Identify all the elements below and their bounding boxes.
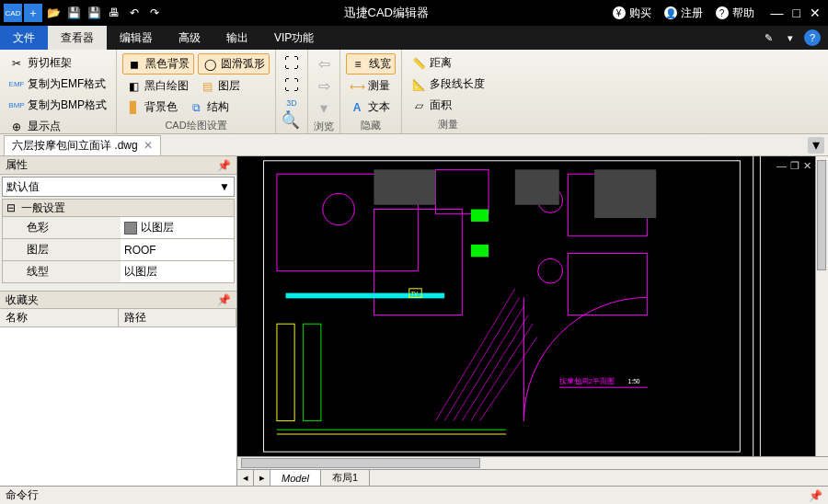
tab-output[interactable]: 输出: [213, 26, 261, 50]
svg-rect-32: [594, 169, 656, 218]
smooth-arc-button[interactable]: ◯圆滑弧形: [198, 53, 270, 74]
default-combo-label: 默认值: [6, 179, 40, 195]
bg-color-button[interactable]: ▊背景色: [122, 97, 181, 117]
copy-emf-button[interactable]: EMF复制为EMF格式: [6, 74, 110, 94]
tab-vip[interactable]: VIP功能: [261, 26, 327, 50]
distance-button[interactable]: 📏距离: [408, 53, 489, 73]
command-line-label: 命令行: [6, 487, 39, 503]
layer-icon: ▤: [200, 79, 214, 94]
maximize-icon[interactable]: □: [793, 6, 800, 20]
command-line-pin-icon[interactable]: 📌: [809, 489, 822, 502]
prop-row-color[interactable]: 色彩 以图层: [2, 217, 235, 239]
cad-drawing: TV 按摩包间2平面图 1:50: [237, 156, 828, 456]
general-settings-label: 一般设置: [21, 200, 65, 216]
favorites-col-name[interactable]: 名称: [0, 309, 119, 326]
area-button[interactable]: ▱面积: [408, 96, 489, 115]
prop-value[interactable]: ROOF: [121, 239, 234, 260]
tab-scroll-left[interactable]: ◂: [237, 470, 254, 486]
show-point-button[interactable]: ⊕显示点: [6, 117, 110, 136]
pos-icon-1[interactable]: ⛶: [282, 53, 302, 74]
model-tab[interactable]: Model: [270, 470, 321, 486]
buy-button[interactable]: ¥购买: [609, 4, 655, 23]
save-icon[interactable]: 💾: [64, 4, 83, 22]
scrollbar-thumb[interactable]: [817, 160, 826, 270]
linewidth-icon: ≡: [351, 57, 365, 72]
pen-icon[interactable]: ✎: [760, 29, 776, 46]
properties-pin-icon[interactable]: 📌: [217, 159, 231, 172]
properties-panel: 属性 📌 默认值 ▼ ⊟ 一般设置 色彩 以图层 图层 ROOF 线型 以图层: [0, 156, 237, 486]
horizontal-scrollbar[interactable]: [237, 456, 828, 469]
redo-icon[interactable]: ↷: [145, 4, 164, 22]
property-rows: 色彩 以图层 图层 ROOF 线型 以图层: [2, 217, 235, 283]
register-button[interactable]: 👤注册: [661, 4, 707, 23]
canvas-max-icon[interactable]: ❐: [790, 160, 799, 172]
measure-hide-button[interactable]: ⟷测量: [346, 76, 396, 96]
app-title: 迅捷CAD编辑器: [164, 5, 609, 21]
svg-rect-13: [471, 210, 489, 222]
scrollbar-thumb[interactable]: [241, 458, 480, 468]
tab-advanced[interactable]: 高级: [166, 26, 213, 50]
file-tab-add[interactable]: ▾: [808, 137, 824, 154]
prop-row-layer[interactable]: 图层 ROOF: [2, 239, 235, 261]
canvas-min-icon[interactable]: —: [776, 160, 787, 172]
nav-down-icon[interactable]: ▾: [314, 97, 334, 118]
general-settings-header[interactable]: ⊟ 一般设置: [2, 199, 235, 217]
prop-row-linetype[interactable]: 线型 以图层: [2, 261, 235, 283]
text-hide-button[interactable]: A文本: [346, 97, 396, 117]
canvas-close-icon[interactable]: ✕: [803, 160, 811, 172]
pos-icon-2[interactable]: ⛶: [282, 75, 302, 96]
prop-value[interactable]: 以图层: [121, 217, 234, 238]
tab-viewer[interactable]: 查看器: [48, 26, 107, 50]
command-line[interactable]: 命令行 📌: [0, 486, 828, 504]
prop-key: 线型: [3, 261, 121, 282]
file-tab-close-icon[interactable]: ✕: [144, 139, 153, 152]
model-tab-bar: ◂ ▸ Model 布局1: [237, 469, 828, 486]
file-tab-bar: 六层按摩包间立面详 .dwg ✕ ▾: [0, 134, 828, 156]
tab-editor[interactable]: 编辑器: [107, 26, 166, 50]
copy-bmp-button[interactable]: BMP复制为BMP格式: [6, 96, 110, 115]
undo-icon[interactable]: ↶: [125, 4, 144, 22]
default-combo[interactable]: 默认值 ▼: [2, 177, 235, 197]
crop-frame-button[interactable]: ✂剪切框架: [6, 53, 110, 73]
favorites-col-path[interactable]: 路径: [119, 309, 237, 326]
black-bg-button[interactable]: ◼黑色背景: [122, 53, 194, 74]
favorites-header: 收藏夹 📌: [0, 291, 236, 309]
svg-text:TV: TV: [411, 291, 419, 296]
drawing-canvas[interactable]: — ❐ ✕: [237, 156, 828, 456]
tab-file[interactable]: 文件: [0, 26, 48, 50]
prop-value[interactable]: 以图层: [121, 261, 234, 282]
dropdown-icon[interactable]: ▾: [782, 29, 799, 46]
favorites-pin-icon[interactable]: 📌: [217, 293, 231, 306]
saveas-icon[interactable]: 💾: [85, 4, 103, 22]
properties-title: 属性: [6, 157, 28, 173]
vertical-scrollbar[interactable]: [815, 156, 828, 456]
collapse-icon[interactable]: ⊟: [6, 201, 17, 214]
layer-button[interactable]: ▤图层: [196, 76, 244, 96]
svg-rect-14: [471, 245, 489, 257]
new-icon[interactable]: ＋: [24, 4, 42, 22]
svg-rect-31: [515, 169, 559, 204]
polyline-button[interactable]: 📐多段线长度: [408, 74, 489, 94]
ribbon-label-measure: 测量: [408, 116, 489, 132]
layout1-tab[interactable]: 布局1: [321, 470, 370, 486]
file-tab[interactable]: 六层按摩包间立面详 .dwg ✕: [4, 135, 161, 155]
open-icon[interactable]: 📂: [44, 4, 63, 22]
menu-bar: 文件 查看器 编辑器 高级 输出 VIP功能 ✎ ▾ ?: [0, 26, 828, 50]
file-tab-label: 六层按摩包间立面详 .dwg: [12, 138, 138, 154]
ribbon: ✂剪切框架 EMF复制为EMF格式 BMP复制为BMP格式 ⊕显示点 A查找文字…: [0, 50, 828, 134]
tab-scroll-right[interactable]: ▸: [254, 470, 270, 486]
favorites-body: [0, 327, 236, 486]
nav-fwd-icon[interactable]: ⇨: [314, 75, 334, 96]
nav-back-icon[interactable]: ⇦: [314, 53, 334, 74]
minimize-icon[interactable]: —: [771, 6, 784, 20]
help-round-icon[interactable]: ?: [804, 29, 821, 46]
print-icon[interactable]: 🖶: [105, 4, 123, 22]
bw-draw-button[interactable]: ◧黑白绘图: [122, 76, 192, 96]
structure-button[interactable]: ⧉结构: [185, 97, 233, 117]
arc-icon: ◯: [202, 57, 217, 72]
ruler-icon: ⟷: [350, 79, 364, 94]
linewidth-button[interactable]: ≡线宽: [346, 53, 396, 74]
app-icon[interactable]: CAD: [4, 4, 22, 22]
help-button[interactable]: ?帮助: [712, 4, 758, 23]
close-icon[interactable]: ✕: [810, 6, 821, 20]
